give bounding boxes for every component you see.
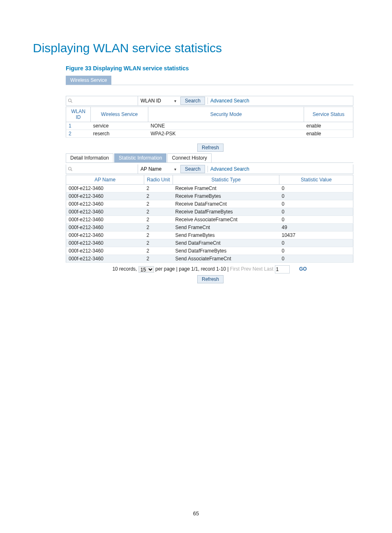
cell-radio-unit: 2 (144, 232, 173, 239)
cell-radio-unit: 2 (144, 192, 173, 200)
cell-statistic-value: 0 (279, 255, 353, 263)
goto-page-input[interactable] (275, 265, 290, 273)
outer-tabstrip: Wireless Service (66, 76, 353, 85)
cell-ap-name: 000f-e212-3460 (66, 239, 144, 247)
wlan-search-button[interactable]: Search (180, 97, 205, 105)
cell-ap-name: 000f-e212-3460 (66, 255, 144, 263)
cell-statistic-type: Receive AssociateFrameCnt (173, 216, 279, 224)
tab-wireless-service[interactable]: Wireless Service (66, 76, 111, 85)
inner-tabstrip: Detail Information Statistic Information… (66, 153, 353, 163)
cell-statistic-type: Send FrameCnt (173, 224, 279, 232)
cell-statistic-type: Receive FrameCnt (173, 185, 279, 192)
cell-service-status: enable (304, 122, 353, 130)
pagination-bar: 10 records, 15 per page | page 1/1, reco… (66, 265, 353, 273)
cell-statistic-value: 0 (279, 200, 353, 208)
refresh-button-top[interactable]: Refresh (197, 144, 224, 152)
cell-security-mode: NONE (148, 122, 304, 130)
col-radio-unit[interactable]: Radio Unit (144, 175, 173, 185)
cell-radio-unit: 2 (144, 200, 173, 208)
table-row[interactable]: 000f-e212-34602Send FrameBytes10437 (66, 232, 353, 239)
svg-point-0 (69, 99, 71, 102)
table-row[interactable]: 000f-e212-34602Send AssociateFrameCnt0 (66, 255, 353, 263)
svg-line-3 (71, 170, 72, 171)
cell-wireless-service: service (91, 122, 148, 130)
cell-statistic-type: Send FrameBytes (173, 232, 279, 239)
cell-ap-name: 000f-e212-3460 (66, 216, 144, 224)
col-statistic-type[interactable]: Statistic Type (173, 175, 279, 185)
cell-ap-name: 000f-e212-3460 (66, 185, 144, 192)
pager-last[interactable]: Last (264, 266, 274, 272)
figure-screenshot: Wireless Service WLAN ID Search Advanced… (66, 76, 353, 283)
page-title: Displaying WLAN service statistics (33, 41, 359, 55)
cell-wireless-service: reserch (91, 130, 148, 138)
stats-search-row: AP Name Search Advanced Search (66, 165, 353, 174)
table-row[interactable]: 2reserchWPA2-PSKenable (66, 130, 353, 138)
cell-radio-unit: 2 (144, 185, 173, 192)
wlan-advanced-search-link[interactable]: Advanced Search (208, 97, 249, 104)
cell-ap-name: 000f-e212-3460 (66, 232, 144, 239)
cell-statistic-type: Receive DataFrameCnt (173, 200, 279, 208)
stats-search-button[interactable]: Search (180, 165, 205, 173)
cell-statistic-value: 49 (279, 224, 353, 232)
stats-advanced-search-link[interactable]: Advanced Search (208, 166, 249, 172)
search-icon (66, 167, 74, 171)
statistics-table: AP Name Radio Unit Statistic Type Statis… (66, 175, 353, 263)
cell-radio-unit: 2 (144, 208, 173, 216)
cell-service-status: enable (304, 130, 353, 138)
cell-ap-name: 000f-e212-3460 (66, 200, 144, 208)
table-row[interactable]: 000f-e212-34602Send DataFrameCnt0 (66, 239, 353, 247)
table-row[interactable]: 000f-e212-34602Receive FrameCnt0 (66, 185, 353, 192)
stats-search-type-select[interactable]: AP Name (138, 165, 179, 174)
cell-radio-unit: 2 (144, 239, 173, 247)
pager-prev[interactable]: Prev (241, 266, 251, 272)
col-ap-name[interactable]: AP Name (66, 175, 144, 185)
cell-radio-unit: 2 (144, 224, 173, 232)
records-count: 10 records, (112, 266, 137, 272)
cell-statistic-value: 10437 (279, 232, 353, 239)
table-header-row: WLAN ID Wireless Service Security Mode S… (66, 107, 353, 122)
tab-detail-information[interactable]: Detail Information (66, 153, 113, 162)
table-row[interactable]: 000f-e212-34602Receive AssociateFrameCnt… (66, 216, 353, 224)
page-number: 65 (0, 510, 392, 517)
table-row[interactable]: 000f-e212-34602Receive FrameBytes0 (66, 192, 353, 200)
tab-connect-history[interactable]: Connect History (167, 153, 211, 162)
wlan-service-table: WLAN ID Wireless Service Security Mode S… (66, 107, 353, 138)
cell-statistic-type: Send AssociateFrameCnt (173, 255, 279, 263)
wlan-search-type-select[interactable]: WLAN ID (138, 96, 179, 105)
cell-ap-name: 000f-e212-3460 (66, 224, 144, 232)
wlan-search-input[interactable] (74, 97, 138, 105)
per-page-select[interactable]: 15 (138, 266, 154, 273)
pager-next[interactable]: Next (253, 266, 263, 272)
cell-statistic-value: 0 (279, 239, 353, 247)
cell-statistic-type: Send DataFrameCnt (173, 239, 279, 247)
col-security-mode[interactable]: Security Mode (148, 107, 304, 122)
table-row[interactable]: 000f-e212-34602Send DatafFrameBytes0 (66, 247, 353, 255)
cell-ap-name: 000f-e212-3460 (66, 208, 144, 216)
stats-search-input[interactable] (74, 165, 138, 173)
cell-statistic-type: Receive FrameBytes (173, 192, 279, 200)
table-row[interactable]: 000f-e212-34602Send FrameCnt49 (66, 224, 353, 232)
cell-statistic-value: 0 (279, 216, 353, 224)
col-wlan-id[interactable]: WLAN ID (66, 107, 91, 122)
cell-security-mode: WPA2-PSK (148, 130, 304, 138)
svg-line-1 (71, 102, 72, 103)
pager-first[interactable]: First (230, 266, 240, 272)
table-row[interactable]: 1serviceNONEenable (66, 122, 353, 130)
table-row[interactable]: 000f-e212-34602Receive DatafFrameBytes0 (66, 208, 353, 216)
search-icon (66, 98, 74, 103)
cell-statistic-value: 0 (279, 247, 353, 255)
cell-radio-unit: 2 (144, 247, 173, 255)
col-service-status[interactable]: Service Status (304, 107, 353, 122)
table-row[interactable]: 000f-e212-34602Receive DataFrameCnt0 (66, 200, 353, 208)
tab-statistic-information[interactable]: Statistic Information (114, 153, 166, 162)
pager-info: per page | page 1/1, record 1-10 | (155, 266, 228, 272)
table-header-row: AP Name Radio Unit Statistic Type Statis… (66, 175, 353, 185)
cell-statistic-value: 0 (279, 192, 353, 200)
go-button[interactable]: GO (299, 266, 307, 272)
refresh-button-bottom[interactable]: Refresh (197, 275, 224, 283)
col-wireless-service[interactable]: Wireless Service (91, 107, 148, 122)
wlan-search-row: WLAN ID Search Advanced Search (66, 96, 353, 106)
cell-statistic-type: Send DatafFrameBytes (173, 247, 279, 255)
col-statistic-value[interactable]: Statistic Value (279, 175, 353, 185)
cell-ap-name: 000f-e212-3460 (66, 192, 144, 200)
